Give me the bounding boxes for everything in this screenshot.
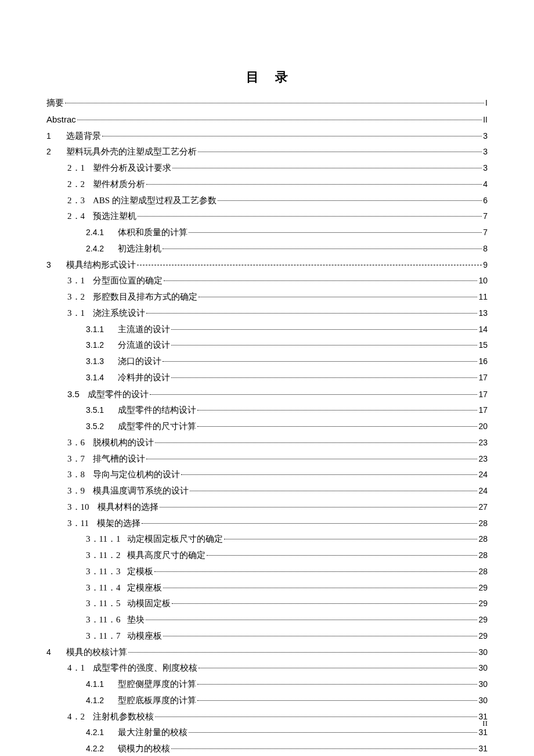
toc-entry-label: 4.1.2型腔底板厚度的计算 [86, 694, 196, 707]
toc-entry-text: 预选注塑机 [93, 211, 136, 221]
toc-leader [102, 136, 482, 136]
toc-leader [146, 620, 477, 620]
toc-entry-label: 3．7排气槽的设计 [67, 452, 145, 466]
toc-entry-text: ABS 的注塑成型过程及工艺参数 [93, 196, 217, 205]
toc-leader [142, 523, 477, 524]
toc-entry-text: 塑件分析及设计要求 [93, 163, 171, 172]
toc-entry-number: 4.2.1 [86, 726, 104, 739]
toc-entry: 摘要I [46, 96, 488, 110]
toc-entry: 4.1.2型腔底板厚度的计算30 [46, 694, 488, 707]
toc-entry-text: 定模座板 [127, 583, 162, 592]
toc-list: 摘要IAbstracII1选题背景32塑料玩具外壳的注塑成型工艺分析32．1塑件… [46, 96, 488, 756]
toc-entry-number: 4.2.2 [86, 743, 104, 755]
toc-entry-text: 定模板 [127, 567, 153, 576]
toc-entry-text: Abstrac [46, 114, 76, 124]
toc-leader [150, 394, 478, 395]
toc-entry-text: 选题背景 [66, 131, 101, 141]
toc-entry-text: 形腔数目及排布方式的确定 [93, 292, 197, 301]
toc-entry-label: 3．11．1动定模固定板尺寸的确定 [86, 532, 223, 546]
toc-entry-label: 3.5成型零件的设计 [67, 387, 149, 401]
toc-entry-text: 型腔侧壁厚度的计算 [118, 679, 196, 689]
toc-entry-text: 主流道的设计 [118, 325, 170, 334]
toc-entry-page: 9 [483, 259, 488, 272]
toc-entry: 3.5.2成型零件的尺寸计算20 [46, 420, 488, 433]
toc-entry-label: Abstrac [46, 113, 76, 127]
toc-entry-number: 3 [46, 259, 66, 272]
toc-entry-text: 体积和质量的计算 [118, 228, 187, 237]
toc-entry-page: 17 [478, 372, 488, 384]
toc-entry: 1选题背景3 [46, 129, 488, 143]
toc-entry: 3．11．5动模固定板29 [46, 597, 488, 610]
toc-leader [224, 539, 477, 539]
toc-entry-page: 30 [478, 646, 488, 659]
toc-entry-label: 4.1.1型腔侧壁厚度的计算 [86, 678, 196, 691]
toc-entry-label: 3．1分型面位置的确定 [67, 274, 163, 287]
toc-entry: 3.5.1成型零件的结构设计17 [46, 404, 488, 417]
toc-entry-number: 3．1 [67, 307, 85, 320]
toc-entry-label: 2塑料玩具外壳的注塑成型工艺分析 [46, 145, 197, 159]
toc-entry-number: 3.5 [67, 387, 80, 401]
toc-entry-number: 3．11 [67, 517, 89, 530]
toc-entry-label: 4.2.2锁模力的校核 [86, 742, 170, 755]
toc-entry-number: 3.1.4 [86, 372, 104, 384]
toc-entry-page: 28 [478, 533, 488, 546]
toc-leader [163, 249, 482, 249]
toc-entry-label: 1选题背景 [46, 129, 101, 143]
toc-entry-label: 2.4.1体积和质量的计算 [86, 226, 187, 239]
toc-entry-text: 塑件材质分析 [93, 179, 145, 189]
toc-entry-label: 3．11．3定模板 [86, 565, 153, 578]
toc-leader [160, 507, 478, 507]
toc-leader [128, 652, 477, 653]
toc-entry: 3．11．2模具高度尺寸的确定28 [46, 549, 488, 562]
toc-entry: 3．11．6垫块29 [46, 613, 488, 627]
toc-entry-text: 模架的选择 [97, 519, 140, 528]
toc-entry-page: 24 [478, 485, 488, 498]
toc-leader [172, 168, 482, 168]
toc-entry-page: 31 [478, 743, 488, 755]
toc-entry: 3．1浇注系统设计13 [46, 307, 488, 320]
toc-leader [146, 313, 477, 314]
toc-entry-text: 锁模力的校核 [118, 744, 170, 753]
toc-entry-number: 2．3 [67, 194, 85, 207]
toc-entry: 4．2注射机参数校核31 [46, 710, 488, 723]
toc-entry-label: 3．11．5动模固定板 [86, 597, 171, 610]
toc-leader [189, 232, 482, 233]
toc-entry: 4.2.1最大注射量的校核31 [46, 726, 488, 739]
toc-entry-number: 3．11．4 [86, 581, 120, 595]
toc-entry: 3．11．1动定模固定板尺寸的确定28 [46, 532, 488, 546]
toc-entry-label: 4．2注射机参数校核 [67, 710, 154, 723]
toc-entry-text: 最大注射量的校核 [118, 728, 187, 737]
toc-entry-number: 4.1.1 [86, 678, 104, 691]
toc-entry: 3．8导向与定位机构的设计24 [46, 468, 488, 481]
toc-entry-page: 29 [478, 597, 488, 610]
toc-entry-page: 4 [483, 178, 488, 191]
toc-entry-label: 3.5.2成型零件的尺寸计算 [86, 420, 196, 433]
toc-entry-label: 3．9模具温度调节系统的设计 [67, 484, 189, 498]
toc-entry-label: 摘要 [46, 96, 64, 110]
toc-entry-text: 浇口的设计 [118, 357, 161, 366]
toc-entry-text: 塑料玩具外壳的注塑成型工艺分析 [66, 147, 197, 156]
toc-entry-text: 冷料井的设计 [118, 373, 170, 382]
toc-leader [163, 588, 477, 588]
toc-entry-page: 3 [483, 130, 488, 143]
toc-entry-number: 3．11．6 [86, 613, 120, 627]
toc-entry-number: 3.1.1 [86, 323, 104, 336]
toc-leader [218, 200, 482, 201]
toc-entry-text: 成型零件的设计 [88, 390, 149, 399]
toc-entry-page: 28 [478, 517, 488, 530]
toc-entry-text: 模具高度尺寸的确定 [127, 550, 205, 560]
toc-entry-text: 注射机参数校核 [93, 712, 154, 721]
toc-entry-text: 分型面位置的确定 [93, 276, 163, 285]
toc-entry: 3.1.3浇口的设计16 [46, 355, 488, 368]
toc-leader [138, 216, 482, 217]
toc-entry-number: 3.5.2 [86, 420, 104, 433]
toc-leader [181, 474, 477, 475]
toc-entry-page: 14 [478, 323, 488, 336]
toc-entry: 2.4.2初选注射机8 [46, 242, 488, 255]
toc-entry-label: 2．1塑件分析及设计要求 [67, 161, 171, 175]
toc-leader [199, 668, 477, 668]
toc-entry-number: 2．2 [67, 178, 85, 191]
toc-entry-number: 3．11．3 [86, 565, 120, 578]
toc-entry: 4．1成型零件的强度、刚度校核30 [46, 661, 488, 675]
toc-leader [155, 442, 477, 443]
